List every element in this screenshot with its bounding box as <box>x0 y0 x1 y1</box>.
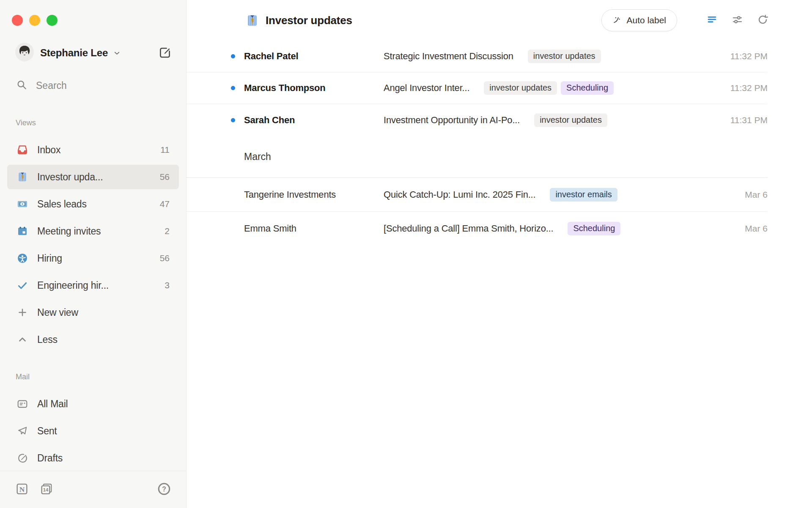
email-row[interactable]: Sarah ChenInvestment Opportunity in AI-P… <box>187 104 768 136</box>
sidebar-item-new-view[interactable]: New view <box>7 300 179 325</box>
sidebar-item-count: 11 <box>160 145 170 155</box>
sidebar-item-count: 47 <box>160 199 170 209</box>
sidebar-item-label: Inbox <box>37 144 60 156</box>
search-button[interactable]: Search <box>0 76 186 95</box>
sidebar-item-meeting-invites[interactable]: Meeting invites2 <box>7 219 179 243</box>
sidebar-item-sent[interactable]: Sent <box>7 419 179 443</box>
svg-text:14: 14 <box>43 487 49 492</box>
sidebar-item-count: 56 <box>160 172 170 182</box>
email-tag-scheduling[interactable]: Scheduling <box>561 81 614 95</box>
email-sender: Sarah Chen <box>244 115 384 126</box>
email-tags: investor updates <box>528 50 601 63</box>
filter-button[interactable] <box>706 14 718 27</box>
person-circle-icon <box>17 253 28 264</box>
sidebar-item-label: Sales leads <box>37 199 87 210</box>
sidebar-item-investor-upda[interactable]: Investor upda...56 <box>7 165 179 189</box>
email-time: 11:32 PM <box>730 51 768 61</box>
sidebar-item-count: 3 <box>165 280 170 290</box>
svg-text:?: ? <box>162 486 166 493</box>
sidebar-item-sales-leads[interactable]: Sales leads47 <box>7 192 179 216</box>
chevron-up-icon <box>17 334 28 345</box>
mail-icon <box>17 398 28 409</box>
refresh-button[interactable] <box>757 14 768 27</box>
sidebar-item-engineering-hir[interactable]: Engineering hir...3 <box>7 273 179 298</box>
notion-calendar-button[interactable]: 14 <box>40 482 53 497</box>
wand-icon <box>612 15 622 26</box>
notion-app-button[interactable]: N <box>15 482 29 497</box>
email-sender: Tangerine Investments <box>244 189 384 200</box>
calendar-14-icon: 14 <box>40 482 53 497</box>
email-sender: Emma Smith <box>244 223 384 234</box>
account-switcher[interactable]: Stephanie Lee <box>0 42 186 64</box>
email-rows: Rachel PatelStrategic Investment Discuss… <box>187 41 768 136</box>
email-row[interactable]: Rachel PatelStrategic Investment Discuss… <box>187 41 768 72</box>
email-subject: Angel Investor Inter... <box>384 83 469 94</box>
email-tags: Scheduling <box>568 222 620 235</box>
search-icon <box>16 79 27 92</box>
sidebar-item-label: Less <box>37 334 58 345</box>
draft-pencil-icon <box>17 453 28 464</box>
sidebar-item-less[interactable]: Less <box>7 327 179 352</box>
zoom-window-button[interactable] <box>47 15 58 26</box>
email-sender: Rachel Patel <box>244 51 384 62</box>
notion-logo-icon: N <box>15 482 29 497</box>
email-sender: Marcus Thompson <box>244 83 384 94</box>
checkmark-icon <box>17 280 28 291</box>
sidebar-item-label: All Mail <box>37 398 68 410</box>
help-button[interactable]: ? <box>157 482 171 497</box>
email-tag-investor-updates[interactable]: investor updates <box>528 50 601 63</box>
sidebar-footer: N 14 ? <box>0 471 187 508</box>
email-time: Mar 6 <box>745 190 768 200</box>
banknote-icon <box>17 199 28 210</box>
header-toolbar: Auto label <box>601 9 768 31</box>
search-label: Search <box>36 80 67 91</box>
necktie-icon <box>246 14 259 27</box>
sidebar-item-label: Hiring <box>37 253 62 264</box>
necktie-icon <box>17 171 28 182</box>
calendar-icon <box>17 226 28 237</box>
minimize-window-button[interactable] <box>29 15 40 26</box>
view-header: Investor updates Auto label <box>187 0 812 41</box>
sidebar-item-drafts[interactable]: Drafts <box>7 446 179 470</box>
email-time: Mar 6 <box>745 224 768 234</box>
unread-dot <box>231 118 235 122</box>
auto-label-label: Auto label <box>627 15 666 25</box>
sidebar-item-count: 2 <box>165 226 170 236</box>
auto-label-button[interactable]: Auto label <box>601 9 677 31</box>
app-window: Stephanie Lee Search Views Inbox11Invest… <box>0 0 812 508</box>
compose-icon <box>159 46 171 60</box>
unread-dot <box>231 54 235 58</box>
email-tag-scheduling[interactable]: Scheduling <box>568 222 620 235</box>
view-options-button[interactable] <box>732 14 743 27</box>
email-tag-investor-emails[interactable]: investor emails <box>550 188 617 202</box>
sliders-icon <box>732 14 743 27</box>
email-row[interactable]: Tangerine InvestmentsQuick Catch-Up: Lum… <box>187 178 768 212</box>
main-panel: Investor updates Auto label Rachel Patel… <box>187 0 812 508</box>
email-row[interactable]: Emma Smith[Scheduling a Call] Emma Smith… <box>187 212 768 246</box>
email-subject: Investment Opportunity in AI-Po... <box>384 115 520 126</box>
window-controls <box>12 15 58 26</box>
sidebar-item-label: Meeting invites <box>37 226 101 237</box>
email-tag-investor-updates[interactable]: investor updates <box>534 113 607 127</box>
sidebar-item-inbox[interactable]: Inbox11 <box>7 138 179 162</box>
sidebar-item-label: Drafts <box>37 453 63 464</box>
email-group: Rachel PatelStrategic Investment Discuss… <box>187 41 768 136</box>
mail-section-label: Mail <box>0 373 186 382</box>
email-tags: investor emails <box>550 188 617 202</box>
sidebar-item-all-mail[interactable]: All Mail <box>7 392 179 416</box>
plus-icon <box>17 307 28 318</box>
email-time: 11:32 PM <box>730 83 768 93</box>
email-tag-investor-updates[interactable]: investor updates <box>484 81 557 95</box>
email-row[interactable]: Marcus ThompsonAngel Investor Inter...in… <box>187 72 768 104</box>
compose-button[interactable] <box>159 46 171 60</box>
sidebar-item-label: Engineering hir... <box>37 280 109 291</box>
sidebar-item-hiring[interactable]: Hiring56 <box>7 246 179 271</box>
close-window-button[interactable] <box>12 15 23 26</box>
email-time: 11:31 PM <box>730 115 768 125</box>
views-list: Inbox11Investor upda...56Sales leads47Me… <box>0 138 186 352</box>
chevron-down-icon <box>113 49 121 57</box>
sidebar-item-count: 56 <box>160 253 170 263</box>
email-tags: investor updatesScheduling <box>484 81 614 95</box>
sidebar-item-label: New view <box>37 307 78 318</box>
mail-list: All MailSentDrafts <box>0 392 186 470</box>
